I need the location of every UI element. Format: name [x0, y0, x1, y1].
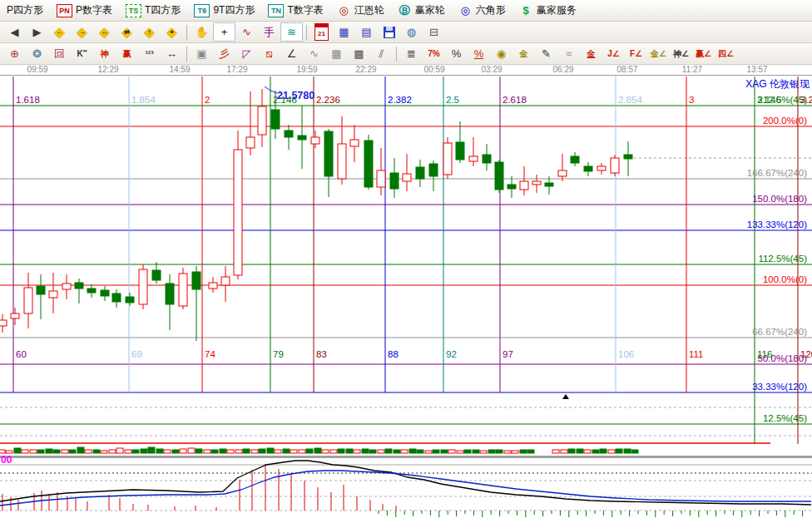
shen-tool-button-icon: 神 [101, 48, 109, 60]
notepad-button[interactable]: ▤ [355, 22, 378, 42]
f-angle-tool-button[interactable]: F∠ [625, 44, 647, 63]
time-axis: 09:5912:2914:5917:2919:5922:2900:5903:29… [0, 65, 812, 76]
web-export-button[interactable]: ◍ [400, 22, 423, 42]
volume-bar [369, 450, 376, 453]
chart-canvas[interactable]: 212.5%(45)200.0%(0)166.67%(240)150.0%(18… [0, 76, 812, 518]
menu-winner-service[interactable]: $赢家服务 [512, 3, 583, 17]
gold-circle-tool-button[interactable]: ◉ [490, 44, 512, 63]
candle-body [24, 288, 32, 313]
volume-bar [584, 450, 591, 453]
count-label: 120 [800, 349, 812, 359]
brush-tool-button[interactable]: ✎ [535, 44, 557, 63]
candle-body [350, 140, 359, 146]
dense-grid-tool-button[interactable]: ▩ [348, 44, 370, 63]
shen-angle-tool-button[interactable]: 神∠ [670, 44, 692, 63]
hand-tool-button[interactable]: ✋ [191, 22, 213, 42]
ying-tool-button[interactable]: 赢 [116, 44, 138, 63]
gann-shift-left-button[interactable]: ◆← [48, 22, 71, 42]
crosshair-tool-button-icon: + [221, 26, 228, 38]
calendar-icon: 21 [314, 23, 329, 41]
candle-body [520, 181, 528, 190]
rect-tool-button[interactable]: ▣ [191, 44, 213, 63]
percent-tool-button[interactable]: % [445, 44, 468, 63]
fan-lines-tool-button[interactable]: 彡 [213, 44, 235, 63]
grid-tool-button[interactable]: ▦ [325, 44, 348, 63]
nav-prev-button[interactable]: ◀ [3, 22, 26, 42]
volume-bar [93, 450, 100, 453]
seven-percent-tool-button[interactable]: 7% [423, 44, 445, 63]
count-label: 106 [618, 349, 634, 359]
volume-bar [473, 450, 479, 453]
gann-spiral-tool-button[interactable]: ❂ [26, 44, 48, 63]
count-label: 74 [205, 349, 215, 359]
menu-t-table[interactable]: TNT数字表 [261, 3, 329, 17]
ratio-label: 3.146 [757, 95, 781, 105]
polyline-tool-button[interactable]: ∿ [235, 22, 258, 42]
menu-hexagon-icon: ◎ [458, 5, 473, 17]
parallel-lines-tool-button[interactable]: ⫽ [370, 44, 393, 63]
kline-mark-tool-button[interactable]: K″ [71, 44, 93, 63]
save-button[interactable] [378, 22, 400, 42]
angle-lines-tool-button[interactable]: ∠ [280, 44, 303, 63]
volume-bar [125, 450, 131, 453]
level-label: 12.5%(45) [763, 413, 807, 423]
polyline-tool-button-icon: ∿ [242, 26, 251, 38]
menu-gann-wheel[interactable]: ◎江恩轮 [330, 3, 391, 17]
volume-bar [109, 450, 116, 453]
volume-bar [180, 449, 186, 453]
gann-cross-button[interactable]: ◆+ [161, 22, 183, 42]
wave-draw-tool-button[interactable]: ≋ [280, 22, 303, 42]
gann-shift-right-button[interactable]: ◆→ [71, 22, 93, 42]
gold-underline-tool-button[interactable]: 金 [580, 44, 602, 63]
volume-bar [512, 451, 518, 453]
gann-vertical-button[interactable]: ◆↕ [138, 22, 161, 42]
volume-bar [148, 447, 155, 453]
zigzag-tool-button[interactable]: ∿ [303, 44, 325, 63]
gann-shift-left-button-arrow-icon: ← [49, 23, 70, 41]
candle-body [456, 142, 464, 160]
volume-bar [188, 448, 195, 453]
volume-bar [243, 449, 250, 453]
si-angle-tool-button[interactable]: 四∠ [715, 44, 737, 63]
wave-band-tool-button[interactable]: ≈ [557, 44, 580, 63]
gann-hand-tool-button[interactable]: 手 [258, 22, 280, 42]
menu-p-table[interactable]: PNP数字表 [50, 3, 119, 17]
percent-lines-tool-button[interactable]: % [468, 44, 490, 63]
shen-tool-button[interactable]: 神 [93, 44, 116, 63]
price-list-tool-button[interactable]: ≣ [400, 44, 423, 63]
gann-compress-button-arrow-icon: ⇄ [116, 23, 137, 41]
gann-circle-tool-button[interactable]: ⊕ [3, 44, 26, 63]
gann-expand-button[interactable]: ◆↔ [93, 22, 116, 42]
j-angle-tool-button[interactable]: J∠ [602, 44, 625, 63]
ruler-tool-button[interactable]: ¹²³ [138, 44, 161, 63]
volume-bar [235, 450, 242, 453]
volume-bar [488, 450, 495, 453]
square-spiral-tool-button[interactable]: 回 [48, 44, 71, 63]
nav-next-button[interactable]: ▶ [26, 22, 48, 42]
calendar-21-button[interactable]: 21 [310, 22, 333, 42]
volume-bar [568, 449, 575, 453]
gold-lines-tool-button[interactable]: 金 [512, 44, 535, 63]
volume-bar [378, 450, 384, 453]
ying-angle-tool-button[interactable]: 赢∠ [692, 44, 715, 63]
time-label: 13:57 [746, 65, 767, 74]
menu-p-square[interactable]: P四方形 [0, 3, 50, 17]
level-label: 33.33%(120) [752, 382, 807, 392]
menu-9t-square[interactable]: T99T四方形 [187, 3, 261, 17]
print-button-icon: ⊟ [429, 26, 438, 38]
menu-hexagon[interactable]: ◎六角形 [452, 3, 512, 17]
print-button[interactable]: ⊟ [423, 22, 445, 42]
width-measure-tool-button[interactable]: ↔ [161, 44, 183, 63]
gold-angle-tool-button[interactable]: 金∠ [647, 44, 670, 63]
ratio-label: 2.854 [618, 95, 642, 105]
crosshair-tool-button[interactable]: + [213, 22, 235, 42]
square-spiral-tool-button-icon: 回 [54, 47, 65, 62]
wave-band-tool-button-icon: ≈ [566, 47, 572, 60]
square-fan-tool-button[interactable]: ◸ [235, 44, 258, 63]
diagonal-square-tool-button[interactable]: ⧅ [258, 44, 280, 63]
gann-compress-button[interactable]: ◆⇄ [116, 22, 138, 42]
menu-winner-wheel[interactable]: Ⓑ赢家轮 [391, 3, 452, 17]
count-label: 83 [316, 349, 327, 359]
menu-t-square[interactable]: TST四方形 [119, 3, 187, 17]
calculator-button[interactable]: ▦ [333, 22, 355, 42]
